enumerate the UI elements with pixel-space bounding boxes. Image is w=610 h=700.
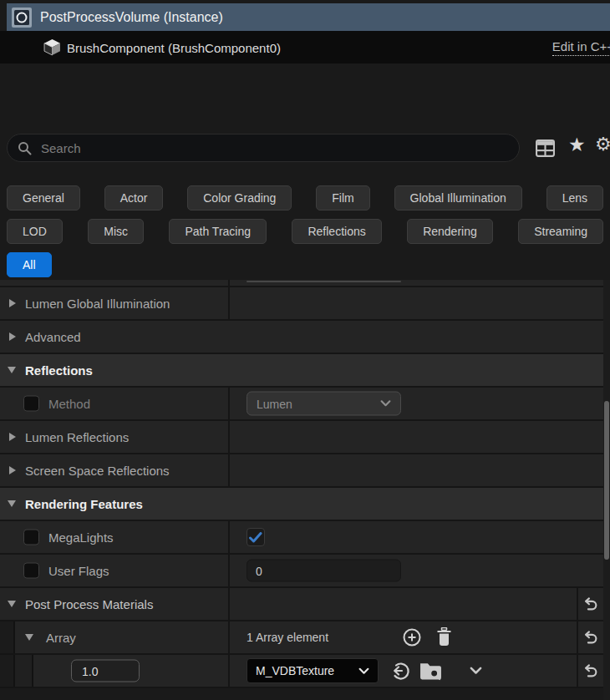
search-input[interactable] <box>39 140 509 156</box>
display-settings-icon[interactable] <box>536 139 555 160</box>
reset-to-default-icon[interactable] <box>582 664 598 677</box>
column-divider <box>577 655 578 687</box>
category-rendering-features[interactable]: Rendering Features <box>0 488 603 521</box>
property-label: Post Process Materials <box>25 597 153 611</box>
indent-gutter <box>15 655 33 687</box>
filter-lod[interactable]: LOD <box>7 219 63 244</box>
method-dropdown-value: Lumen <box>257 397 292 410</box>
array-element-count: 1 Array element <box>247 631 328 644</box>
search-icon <box>18 141 32 155</box>
edit-condition-checkbox[interactable] <box>23 530 39 545</box>
brush-component-icon <box>43 38 61 59</box>
filter-streaming[interactable]: Streaming <box>518 219 603 244</box>
category-reflections[interactable]: Reflections <box>0 354 603 388</box>
expand-arrow-icon[interactable] <box>9 433 16 441</box>
column-divider <box>228 280 230 286</box>
filter-general[interactable]: General <box>7 185 80 211</box>
row-post-process-materials[interactable]: Post Process Materials <box>0 588 603 621</box>
column-divider <box>228 454 230 486</box>
property-label: Lumen Reflections <box>25 430 129 444</box>
filter-actor[interactable]: Actor <box>104 185 164 211</box>
indent-gutter <box>0 621 15 653</box>
row-lumen-global-illumination[interactable]: Lumen Global Illumination <box>0 287 603 321</box>
indent-gutter <box>0 655 15 687</box>
filter-film[interactable]: Film <box>316 185 369 211</box>
filter-path-tracing[interactable]: Path Tracing <box>169 219 267 244</box>
edit-condition-checkbox[interactable] <box>23 396 39 412</box>
property-label: Lumen Global Illumination <box>25 297 170 311</box>
column-divider <box>577 621 578 653</box>
property-label: Advanced <box>25 330 81 344</box>
category-label: Reflections <box>25 363 93 378</box>
collapse-arrow-icon[interactable] <box>8 601 16 607</box>
property-label: Method <box>48 397 90 411</box>
settings-gear-icon[interactable]: ⚙ <box>595 135 610 154</box>
row-array[interactable]: Array 1 Array element <box>0 621 603 655</box>
expand-arrow-icon[interactable] <box>9 332 16 341</box>
reset-to-default-icon[interactable] <box>582 631 598 644</box>
column-divider <box>228 621 230 653</box>
page-title: PostProcessVolume (Instance) <box>40 10 223 25</box>
filter-row-3: All <box>7 252 603 277</box>
edit-condition-checkbox[interactable] <box>23 563 39 579</box>
category-label: Rendering Features <box>25 497 143 511</box>
filter-lens[interactable]: Lens <box>546 185 603 211</box>
collapse-arrow-icon[interactable] <box>8 367 16 373</box>
megalights-checkbox[interactable] <box>247 528 265 546</box>
filter-misc[interactable]: Misc <box>88 219 144 244</box>
filter-rendering[interactable]: Rendering <box>407 219 493 244</box>
expand-arrow-icon[interactable] <box>9 466 16 474</box>
use-selected-asset-icon[interactable] <box>389 660 411 682</box>
component-row[interactable]: BrushComponent (BrushComponent0) Edit in… <box>0 31 610 63</box>
column-divider <box>228 588 230 620</box>
scrollbar-track[interactable] <box>603 280 610 700</box>
details-title-bar: PostProcessVolume (Instance) <box>7 3 610 31</box>
search-box[interactable] <box>7 134 520 162</box>
expand-arrow-icon[interactable] <box>9 299 16 307</box>
column-divider <box>228 421 230 453</box>
column-divider <box>228 555 230 586</box>
filter-reflections[interactable]: Reflections <box>292 219 381 244</box>
property-label: Array <box>46 631 76 645</box>
category-filter-bar: General Actor Color Grading Film Global … <box>7 185 603 286</box>
collapse-arrow-icon[interactable] <box>8 500 16 507</box>
edit-in-cpp-link[interactable]: Edit in C++ <box>552 39 610 56</box>
browse-to-asset-icon[interactable] <box>419 661 442 682</box>
partially-scrolled-row <box>0 280 603 287</box>
row-advanced[interactable]: Advanced <box>0 321 603 354</box>
clipped-widget-edge <box>247 281 401 282</box>
column-divider <box>228 388 230 419</box>
property-label: Screen Space Reflections <box>25 464 170 478</box>
reset-to-default-icon[interactable] <box>582 597 598 611</box>
column-divider <box>577 588 578 620</box>
row-screen-space-reflections[interactable]: Screen Space Reflections <box>0 454 603 488</box>
add-element-icon[interactable] <box>402 627 422 647</box>
filter-color-grading[interactable]: Color Grading <box>187 185 292 211</box>
details-panel: Lumen Global Illumination Advanced Refle… <box>0 280 603 688</box>
chevron-down-icon <box>380 400 391 408</box>
favorites-star-icon[interactable]: ★ <box>568 135 586 155</box>
property-label: MegaLights <box>48 530 114 545</box>
postprocessvolume-icon <box>12 8 32 28</box>
column-divider <box>228 287 230 319</box>
scrollbar-thumb[interactable] <box>604 401 609 560</box>
collapse-arrow-icon[interactable] <box>25 634 33 641</box>
user-flags-input[interactable] <box>247 560 401 582</box>
property-label: User Flags <box>48 564 109 578</box>
filter-all[interactable]: All <box>7 252 52 277</box>
filter-global-illumination[interactable]: Global Illumination <box>394 185 522 211</box>
method-dropdown[interactable]: Lumen <box>247 392 401 416</box>
checkmark-icon <box>249 532 262 543</box>
row-user-flags[interactable]: User Flags <box>0 555 603 588</box>
material-asset-name: M_VDBTexture <box>256 664 334 677</box>
row-lumen-reflections[interactable]: Lumen Reflections <box>0 421 603 454</box>
row-array-element-0[interactable]: M_VDBTexture <box>0 655 603 688</box>
row-megalights[interactable]: MegaLights <box>0 521 603 555</box>
delete-elements-icon[interactable] <box>435 627 453 647</box>
more-options-chevron-icon[interactable] <box>470 667 482 675</box>
column-divider <box>228 521 230 553</box>
blend-weight-input[interactable] <box>71 660 140 682</box>
chevron-down-icon <box>358 667 369 675</box>
material-asset-dropdown[interactable]: M_VDBTexture <box>247 658 379 683</box>
row-method[interactable]: Method Lumen <box>0 388 603 421</box>
